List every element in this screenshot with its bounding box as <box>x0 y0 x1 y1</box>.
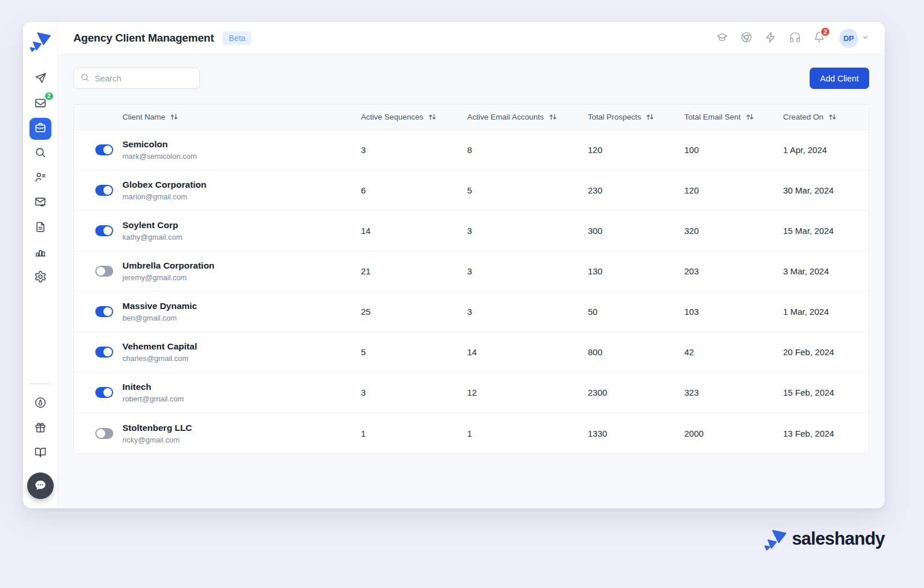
notifications-button[interactable]: 2 <box>813 31 825 45</box>
flame-icon <box>34 396 47 411</box>
client-email: jeremy@gmail.com <box>122 273 361 282</box>
toggle-cell <box>74 266 122 277</box>
sidebar-item-settings[interactable] <box>29 267 51 289</box>
browser-icon <box>740 31 752 45</box>
active-email-accounts-value: 5 <box>467 185 588 195</box>
column-label: Total Email Sent <box>684 113 741 121</box>
column-header-active-sequences[interactable]: Active Sequences <box>361 113 467 121</box>
sidebar-item-clients[interactable] <box>29 118 51 140</box>
client-cell: Massive Dynamic ben@gmail.com <box>122 301 361 322</box>
active-sequences-value: 25 <box>361 307 467 317</box>
table-header: Client Name Active Sequences Active Emai… <box>74 105 869 130</box>
sidebar-item-inbox[interactable]: 2 <box>29 93 51 115</box>
account-menu-button[interactable]: DP <box>839 29 869 48</box>
table-row[interactable]: Stoltenberg LLC ricky@gmail.com 1 1 1330… <box>74 413 869 453</box>
gear-icon <box>34 270 47 285</box>
active-sequences-value: 1 <box>361 429 467 438</box>
sidebar-item-knowledge-base[interactable] <box>29 442 51 464</box>
client-cell: Stoltenberg LLC ricky@gmail.com <box>122 423 361 444</box>
client-toggle[interactable] <box>95 387 113 398</box>
active-email-accounts-value: 12 <box>467 388 588 397</box>
client-name: Massive Dynamic <box>122 301 361 311</box>
active-email-accounts-value: 3 <box>467 266 588 276</box>
active-sequences-value: 21 <box>361 266 467 276</box>
sort-icon[interactable] <box>170 113 178 121</box>
column-header-total-email-sent[interactable]: Total Email Sent <box>684 113 783 121</box>
sidebar-item-whats-new[interactable] <box>29 393 51 415</box>
avatar: DP <box>839 29 858 48</box>
total-prospects-value: 230 <box>588 185 684 195</box>
toggle-cell <box>74 144 122 155</box>
sort-icon[interactable] <box>829 113 836 121</box>
table-row[interactable]: Soylent Corp kathy@gmail.com 14 3 300 32… <box>74 211 869 251</box>
toggle-knob <box>96 267 105 276</box>
column-label: Active Email Accounts <box>467 113 544 121</box>
client-toggle[interactable] <box>95 347 113 358</box>
sort-icon[interactable] <box>549 113 557 121</box>
sidebar-item-analytics[interactable] <box>29 242 51 264</box>
client-toggle[interactable] <box>95 428 113 439</box>
support-button[interactable] <box>789 31 801 45</box>
total-email-sent-value: 323 <box>684 388 783 397</box>
table-row[interactable]: Initech robert@gmail.com 3 12 2300 323 1… <box>74 373 869 413</box>
sidebar-item-templates[interactable] <box>29 217 51 239</box>
client-cell: Soylent Corp kathy@gmail.com <box>122 220 361 241</box>
column-header-client-name[interactable]: Client Name <box>122 113 361 121</box>
saleshandy-logo-icon <box>765 527 787 550</box>
sidebar-item-email-health[interactable] <box>29 192 51 214</box>
client-toggle[interactable] <box>95 266 113 277</box>
table-row[interactable]: Vehement Capital charles@gmail.com 5 14 … <box>74 332 869 373</box>
sidebar-item-prospects[interactable] <box>29 168 51 189</box>
client-email: charles@gmail.com <box>122 354 361 363</box>
table-row[interactable]: Semicolon mark@semicolon.com 3 8 120 100… <box>74 130 869 170</box>
client-toggle[interactable] <box>95 225 113 236</box>
client-toggle[interactable] <box>95 185 113 196</box>
total-email-sent-value: 320 <box>684 226 783 236</box>
total-email-sent-value: 2000 <box>684 429 783 438</box>
toolbar: Add Client <box>73 68 869 89</box>
column-header-created-on[interactable]: Created On <box>783 113 869 121</box>
client-cell: Globex Corporation marion@gmail.com <box>122 180 361 201</box>
topbar-icons: 2 DP <box>716 29 869 48</box>
sort-icon[interactable] <box>746 113 754 121</box>
table-row[interactable]: Umbrella Corporation jeremy@gmail.com 21… <box>74 251 869 292</box>
table-row[interactable]: Globex Corporation marion@gmail.com 6 5 … <box>74 170 869 211</box>
active-email-accounts-value: 1 <box>467 429 588 438</box>
academy-button[interactable] <box>716 31 728 45</box>
quick-actions-button[interactable] <box>765 31 777 45</box>
toggle-knob <box>103 226 112 235</box>
topbar: Agency Client Management Beta 2 <box>58 22 885 55</box>
toggle-cell <box>74 306 122 317</box>
sidebar-item-search[interactable] <box>29 143 51 165</box>
table-row[interactable]: Massive Dynamic ben@gmail.com 25 3 50 10… <box>74 292 869 332</box>
main-area: Agency Client Management Beta 2 <box>58 22 885 508</box>
title-wrap: Agency Client Management Beta <box>73 31 252 45</box>
clients-table: Client Name Active Sequences Active Emai… <box>73 104 869 454</box>
zap-icon <box>765 31 777 45</box>
extension-button[interactable] <box>740 31 752 45</box>
brand-wordmark: saleshandy <box>792 529 885 549</box>
sort-icon[interactable] <box>646 113 654 121</box>
chat-fab-button[interactable] <box>27 472 54 499</box>
sort-icon[interactable] <box>429 113 436 121</box>
client-toggle[interactable] <box>95 306 113 317</box>
toggle-knob <box>96 429 105 438</box>
client-name: Umbrella Corporation <box>122 260 361 271</box>
column-label: Total Prospects <box>588 113 641 121</box>
toggle-cell <box>74 185 122 196</box>
column-header-total-prospects[interactable]: Total Prospects <box>588 113 684 121</box>
client-toggle[interactable] <box>95 144 113 155</box>
search-input[interactable] <box>95 74 203 83</box>
sidebar-bottom <box>27 384 54 499</box>
client-email: ricky@gmail.com <box>122 436 361 444</box>
beta-badge: Beta <box>222 31 252 45</box>
column-header-active-email-accounts[interactable]: Active Email Accounts <box>467 113 588 121</box>
total-prospects-value: 1330 <box>588 429 684 438</box>
sidebar-item-sequences[interactable] <box>29 68 51 90</box>
headphones-icon <box>789 31 801 45</box>
add-client-button[interactable]: Add Client <box>810 68 869 89</box>
sidebar-item-rewards[interactable] <box>29 418 51 440</box>
created-on-value: 15 Mar, 2024 <box>783 226 869 236</box>
page-title: Agency Client Management <box>73 32 214 44</box>
table-body: Semicolon mark@semicolon.com 3 8 120 100… <box>74 130 869 453</box>
